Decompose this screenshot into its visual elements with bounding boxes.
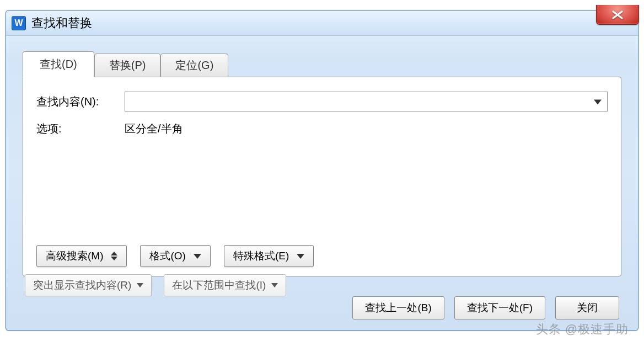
footer-row-1: 突出显示查找内容(R) 在以下范围中查找(I)	[23, 264, 621, 296]
app-icon: W	[12, 16, 26, 30]
window-title: 查找和替换	[31, 15, 92, 31]
footer-row-2: 查找上一处(B) 查找下一处(F) 关闭	[23, 296, 621, 322]
advanced-search-button[interactable]: 高级搜索(M)	[36, 245, 127, 267]
row-options: 选项: 区分全/半角	[36, 121, 608, 136]
find-next-button[interactable]: 查找下一处(F)	[454, 296, 545, 319]
close-button[interactable]: 关闭	[555, 296, 619, 319]
options-value: 区分全/半角	[125, 121, 183, 136]
advanced-search-label: 高级搜索(M)	[46, 249, 103, 263]
highlight-results-label: 突出显示查找内容(R)	[33, 278, 131, 292]
tab-strip: 查找(D) 替换(P) 定位(G)	[23, 55, 621, 77]
tab-replace[interactable]: 替换(P)	[94, 54, 161, 77]
chevron-down-icon	[297, 254, 304, 259]
tab-panel: 查找内容(N): 选项: 区分全/半角 高级搜索(M) 格式(O)	[23, 77, 621, 276]
find-prev-button[interactable]: 查找上一处(B)	[352, 296, 444, 319]
dialog-footer: 突出显示查找内容(R) 在以下范围中查找(I) 查找上一处(B) 查找下一处(F…	[23, 264, 621, 317]
chevron-down-icon	[194, 254, 201, 259]
label-options: 选项:	[36, 121, 125, 136]
expand-collapse-icon	[111, 252, 117, 260]
close-window-button[interactable]	[596, 5, 639, 25]
chevron-down-icon	[594, 96, 602, 108]
tab-find[interactable]: 查找(D)	[23, 51, 94, 77]
find-in-label: 在以下范围中查找(I)	[172, 278, 266, 292]
special-format-label: 特殊格式(E)	[233, 249, 289, 263]
row-find-content: 查找内容(N):	[36, 92, 608, 111]
tab-goto[interactable]: 定位(G)	[160, 54, 228, 77]
find-in-button[interactable]: 在以下范围中查找(I)	[164, 274, 286, 296]
chevron-down-icon	[137, 283, 143, 287]
titlebar: W 查找和替换	[6, 10, 638, 36]
special-format-button[interactable]: 特殊格式(E)	[224, 245, 314, 267]
find-content-input[interactable]	[125, 92, 608, 111]
format-label: 格式(O)	[149, 249, 185, 263]
chevron-down-icon	[271, 283, 278, 287]
label-find-content: 查找内容(N):	[36, 94, 125, 109]
close-icon	[611, 10, 624, 20]
format-button[interactable]: 格式(O)	[140, 245, 210, 267]
dialog-window: W 查找和替换 查找(D) 替换(P) 定位(G) 查找内容(N): 选项:	[6, 10, 638, 331]
panel-button-row: 高级搜索(M) 格式(O) 特殊格式(E)	[36, 245, 314, 267]
client-area: 查找(D) 替换(P) 定位(G) 查找内容(N): 选项: 区分全/半角 高级…	[23, 55, 621, 317]
highlight-results-button[interactable]: 突出显示查找内容(R)	[25, 274, 152, 296]
